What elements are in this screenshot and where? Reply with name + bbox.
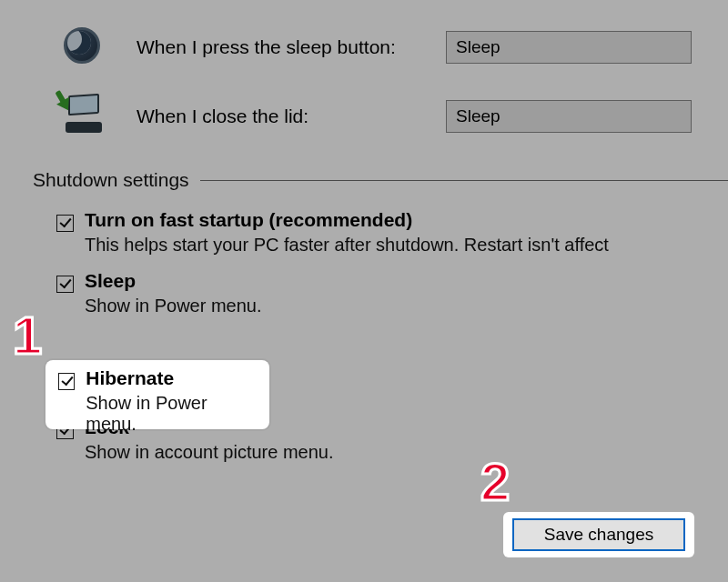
close-lid-label: When I close the lid: <box>136 105 446 127</box>
option-sleep: Sleep Show in Power menu. <box>56 270 728 316</box>
close-lid-row: When I close the lid: Sleep <box>64 89 728 144</box>
save-highlight: Save changes <box>503 512 694 557</box>
hibernate-checkbox[interactable] <box>58 373 75 390</box>
sleep-button-value: Sleep <box>456 37 500 57</box>
hibernate-highlight: Hibernate Show in Power menu. <box>46 360 269 429</box>
hibernate-title: Hibernate <box>86 367 255 389</box>
moon-icon <box>64 27 104 67</box>
close-lid-value: Sleep <box>456 106 500 126</box>
lock-desc: Show in account picture menu. <box>85 442 334 463</box>
option-hibernate: Hibernate Show in Power menu. <box>58 367 255 435</box>
shutdown-settings-header: Shutdown settings <box>33 169 728 191</box>
divider <box>200 180 728 181</box>
shutdown-settings-title: Shutdown settings <box>33 169 189 191</box>
annotation-step-2: 2 <box>480 451 510 512</box>
sleep-button-row: When I press the sleep button: Sleep <box>64 20 728 75</box>
fast-startup-desc: This helps start your PC faster after sh… <box>85 235 609 256</box>
sleep-button-dropdown[interactable]: Sleep <box>446 31 692 64</box>
sleep-button-label: When I press the sleep button: <box>136 36 446 58</box>
laptop-lid-icon <box>64 96 104 136</box>
annotation-step-1: 1 <box>13 305 42 366</box>
sleep-desc: Show in Power menu. <box>85 296 262 316</box>
sleep-title: Sleep <box>85 270 262 292</box>
option-fast-startup: Turn on fast startup (recommended) This … <box>56 209 728 256</box>
save-changes-button[interactable]: Save changes <box>512 518 685 551</box>
fast-startup-title: Turn on fast startup (recommended) <box>85 209 609 231</box>
hibernate-desc: Show in Power menu. <box>86 393 255 435</box>
save-changes-label: Save changes <box>544 525 653 545</box>
close-lid-dropdown[interactable]: Sleep <box>446 100 692 133</box>
sleep-checkbox[interactable] <box>56 276 74 293</box>
fast-startup-checkbox[interactable] <box>56 215 74 232</box>
